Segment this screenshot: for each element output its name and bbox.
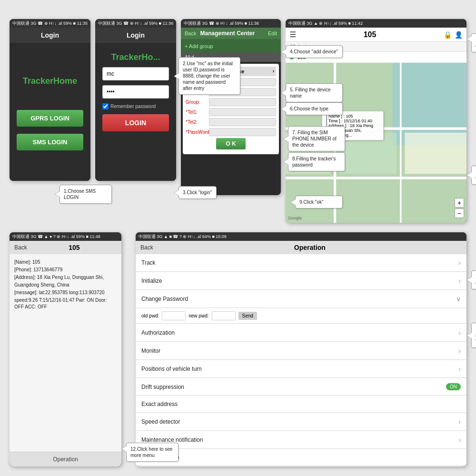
mgmt-back[interactable]: Back [185,30,196,36]
speed-detector-arrow: › [458,418,461,426]
callout-2: 2.Use "mc" as the initial user ID,passwo… [178,57,240,95]
maintenance-item[interactable]: Maintenance notification › [136,431,466,449]
tel1-label: *Tel1: [186,109,207,115]
phone2: 中国联通 3G ☎ ⊕ H↑↓ .al 59% ■ 11:36 Login Tr… [95,19,176,181]
lock-icon[interactable]: 🔒 [444,31,452,39]
drift-label: Drift suppression [141,384,446,390]
authorization-label: Authorization [141,329,458,336]
exact-address-label: Exact address [141,401,461,407]
gprs-login-button[interactable]: GPRS LOGIN [17,110,83,127]
drift-item[interactable]: Drift suppression ON [136,378,466,396]
group-label: Group: [186,99,207,105]
tel2-row: *Tel2: [186,118,276,126]
speed-detector-label: Speed detector [141,418,458,425]
speed-detector-item[interactable]: Speed detector › [136,413,466,431]
svg-rect-9 [405,133,466,174]
password-input[interactable] [102,85,169,99]
callout-10: 10. Click the icon, and display the list [471,33,476,52]
login-button[interactable]: LOGIN [102,114,169,131]
phone1-wrapper: 中国联通 3G ☎ ⊕ H↑↓ .al 59% ■ 11:35 Login Tr… [10,19,90,223]
callout-3: 3.Click "login" [178,186,217,199]
mgmt-title: Management Center [200,30,264,37]
monitor-item[interactable]: Monitor › [136,342,466,360]
send-button[interactable]: Send [238,312,257,320]
monitor-arrow: › [458,347,461,355]
phone1-status: 中国联通 3G ☎ ⊕ H↑↓ .al 59% ■ 11:35 [10,19,90,28]
change-password-chevron: ∨ [456,295,461,303]
callout-14: 14.Filling parameters manually and then … [471,323,476,348]
request-photo-label: Request Photo [141,454,461,461]
phone5-back[interactable]: Back [14,244,27,251]
tel2-input[interactable] [209,118,276,126]
phone3: 中国联通 3G ☎ ⊕ H↑↓ .al 59% ■ 11:36 Back Man… [181,19,281,195]
drift-toggle[interactable]: ON [446,383,461,390]
phone4-header: ☰ 105 🔒 👤 [286,28,466,42]
maintenance-label: Maintenance notification [141,436,458,443]
phone1: 中国联通 3G ☎ ⊕ H↑↓ .al 59% ■ 11:35 Login Tr… [10,19,90,181]
phone6-status: 中国联通 3G ▲ ■ ☎ ? ⊕ H↑↓ .al 64% ■ 15:09 [136,232,466,241]
old-pwd-input[interactable] [162,311,186,320]
callout-5: 5. Filling the device name [286,83,343,102]
top-row: 中国联通 3G ☎ ⊕ H↑↓ .al 59% ■ 11:35 Login Tr… [10,19,466,223]
add-group-button[interactable]: + Add group [185,43,213,49]
callout-7: 7. Filling the SIM PHONE NUMBER of the d… [288,126,345,151]
old-pwd-label: old pwd: [141,313,159,318]
zoom-out-button[interactable]: − [455,208,464,218]
phone6-title: Operation [158,244,462,251]
phone5-body: [Name]: 105 [Phone]: 13713646779 [Addres… [10,254,121,452]
phone5-title: 105 [32,244,117,251]
phone5-wrapper: 中国联通 3G ☎ ▲ ● ? ⊕ H↑↓ .al 59% ■ 11:48 Ba… [10,232,121,466]
ok-button[interactable]: O K [216,138,245,149]
phone1-body: TrackerHome GPRS LOGIN SMS LOGIN [10,43,90,181]
mgmt-edit[interactable]: Edit [268,30,277,36]
callout-1: 1.Choose SMS LOGIN [60,185,112,204]
phone2-status: 中国联通 3G ☎ ⊕ H↑↓ .al 59% ■ 11:36 [95,19,176,28]
tracker-home-logo: TrackerHome [23,76,77,86]
remember-checkbox[interactable] [102,103,109,109]
positions-item[interactable]: Positions of vehicle turn › [136,360,466,378]
group-input[interactable] [209,98,276,106]
track-item[interactable]: Track › [136,254,466,272]
device-number: 105 [296,30,444,39]
spacer [126,232,131,466]
device-message-cont: speed:9.26 T:15/12/16 01:47 Pwr: ON Door… [14,297,117,310]
phone6-back[interactable]: Back [140,244,153,251]
password-label: *PassWord: [186,129,207,135]
phone4-icons: 🔒 👤 [444,31,463,39]
person-icon[interactable]: 👤 [455,31,463,39]
device-name-info: [Name]: 105 [14,259,117,266]
authorization-item[interactable]: Authorization › [136,324,466,342]
operation-footer[interactable]: Operation [10,452,121,466]
device-phone-info: [Phone]: 13713646779 [14,267,117,273]
add-group-bar: + Add group [181,39,281,52]
bottom-row: 中国联通 3G ☎ ▲ ● ? ⊕ H↑↓ .al 59% ■ 11:48 Ba… [10,232,466,466]
change-password-item[interactable]: Change Password ∨ [136,290,466,308]
new-pwd-label: new pwd: [188,313,208,318]
new-pwd-input[interactable] [212,311,236,320]
callout-11: 11. Click here to operate the device [471,166,476,185]
phone2-logo: TrackerHo... [111,52,160,62]
phone5-status: 中国联通 3G ☎ ▲ ● ? ⊕ H↑↓ .al 59% ■ 11:48 [10,232,121,241]
exact-address-item[interactable]: Exact address [136,396,466,413]
initialize-label: Initialize [141,278,458,284]
remember-password-row: Remember password [102,103,169,109]
zoom-in-button[interactable]: + [455,198,464,208]
request-photo-item[interactable]: Request Photo [136,449,466,466]
callout-4: 4.Choose "add device" [286,45,343,58]
sms-login-button[interactable]: SMS LOGIN [17,134,83,150]
map-controls: + − [455,198,464,218]
phone5-header: Back 105 [10,241,121,254]
maintenance-arrow: › [458,436,461,444]
google-logo: Google [288,216,302,220]
username-input[interactable] [102,67,169,80]
change-password-label: Change Password [141,296,456,302]
phone4-status: 中国联通 3G ▲ ⊕ H↑↓ .al 59% ■ 11:42 [286,19,466,28]
password-input-device[interactable] [209,128,276,136]
tel1-row: *Tel1: [186,108,276,116]
phone3-status: 中国联通 3G ☎ ⊕ H↑↓ .al 59% ■ 11:36 [181,19,281,28]
initialize-item[interactable]: Initialize › [136,272,466,290]
callout-8: 8.Filling the tracker's password [288,152,345,171]
menu-icon[interactable]: ☰ [289,30,296,39]
tel1-input[interactable] [209,108,276,116]
phone6-wrapper: 中国联通 3G ▲ ■ ☎ ? ⊕ H↑↓ .al 64% ■ 15:09 Ba… [136,232,466,466]
